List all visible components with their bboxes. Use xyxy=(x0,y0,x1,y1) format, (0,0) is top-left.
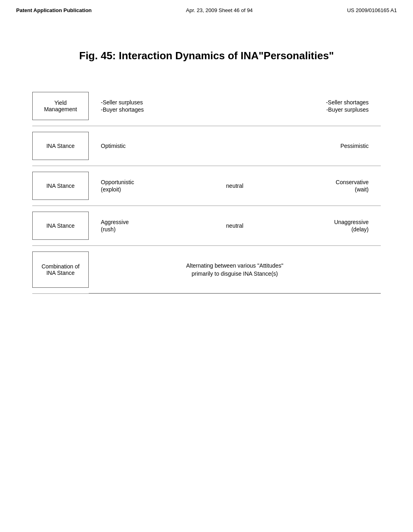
page-content: Fig. 45: Interaction Dynamics of INA"Per… xyxy=(0,13,413,318)
aggressive-label: Aggressive xyxy=(101,219,129,225)
yield-right-line1: -Seller shortages xyxy=(326,99,369,106)
ina3-center-cell: neutral xyxy=(186,206,283,245)
conservative-label: Conservative xyxy=(336,179,369,185)
yield-left-line1: -Seller surpluses xyxy=(101,99,144,106)
neutral-label-1: neutral xyxy=(226,183,244,189)
combination-line2: primarily to disguise INA Stance(s) xyxy=(192,270,278,277)
ina3-right-cell: Unaggressive (delay) xyxy=(284,206,381,245)
yield-left-cell: -Seller surpluses -Buyer shortages xyxy=(89,86,186,126)
ina-stance-label-1: INA Stance xyxy=(32,132,89,160)
neutral-label-2: neutral xyxy=(226,222,244,229)
header-patent-number: US 2009/0106165 A1 xyxy=(347,7,397,13)
combination-line1: Alternating between various "Attitudes" xyxy=(186,262,283,269)
header-publication: Patent Application Publication xyxy=(16,7,92,13)
combination-ina-label: Combination of INA Stance xyxy=(32,251,89,288)
unaggressive-label: Unaggressive xyxy=(334,219,369,225)
ina1-left-cell: Optimistic xyxy=(89,126,186,166)
ina1-right-cell: Pessimistic xyxy=(284,126,381,166)
ina2-left-cell: Opportunistic (exploit) xyxy=(89,166,186,206)
table-row: Combination of INA Stance Alternating be… xyxy=(32,246,381,294)
ina2-right-cell: Conservative (wait) xyxy=(284,166,381,206)
yield-left-line2: -Buyer shortages xyxy=(101,106,144,113)
ina1-center-cell xyxy=(186,126,283,166)
exploit-label: (exploit) xyxy=(101,186,134,193)
table-row: INA Stance Optimistic Pessimistic xyxy=(32,126,381,166)
figure-title: Fig. 45: Interaction Dynamics of INA"Per… xyxy=(32,50,381,62)
main-table: Yield Management -Seller surpluses -Buye… xyxy=(32,86,381,294)
yield-right-line2: -Buyer surpluses xyxy=(326,106,369,113)
ina2-center-cell: neutral xyxy=(186,166,283,206)
pessimistic-label: Pessimistic xyxy=(340,143,369,149)
yield-center-cell xyxy=(186,86,283,126)
opportunistic-label: Opportunistic xyxy=(101,179,134,185)
optimistic-label: Optimistic xyxy=(101,143,125,149)
header-date-sheet: Apr. 23, 2009 Sheet 46 of 94 xyxy=(186,7,253,13)
ina3-left-cell: Aggressive (rush) xyxy=(89,206,186,245)
wait-label: (wait) xyxy=(355,186,369,193)
ina-stance-label-2: INA Stance xyxy=(32,172,89,200)
ina-stance-label-3: INA Stance xyxy=(32,212,89,240)
yield-management-label: Yield Management xyxy=(32,92,89,120)
combination-center-cell: Alternating between various "Attitudes" … xyxy=(89,246,381,293)
table-row: INA Stance Aggressive (rush) neutral Una… xyxy=(32,206,381,246)
table-row: Yield Management -Seller surpluses -Buye… xyxy=(32,86,381,126)
page-header: Patent Application Publication Apr. 23, … xyxy=(0,0,413,13)
yield-right-cell: -Seller shortages -Buyer surpluses xyxy=(284,86,381,126)
delay-label: (delay) xyxy=(351,226,369,233)
rush-label: (rush) xyxy=(101,226,129,233)
table-row: INA Stance Opportunistic (exploit) neutr… xyxy=(32,166,381,206)
